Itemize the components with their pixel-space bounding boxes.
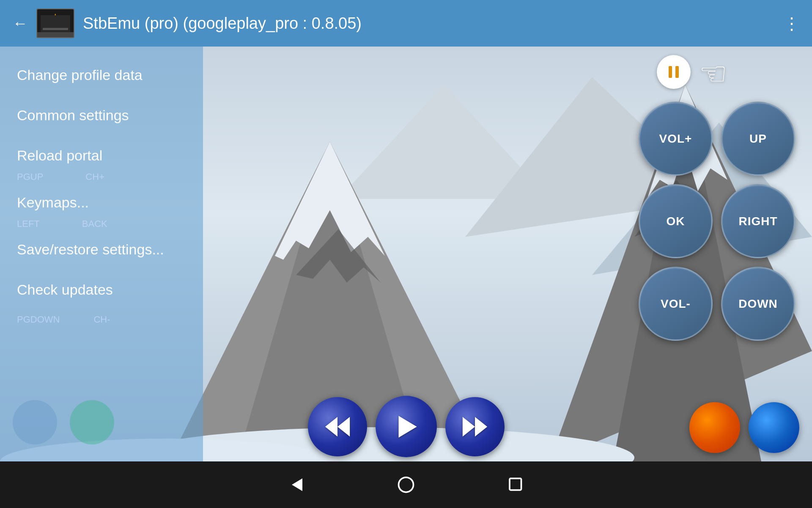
svg-point-24 (399, 478, 414, 492)
menu-item-save-restore[interactable]: Save/restore settings... (0, 229, 203, 270)
pause-area: ☞ (631, 55, 727, 92)
menu-item-common-settings[interactable]: Common settings (0, 95, 203, 135)
right-button[interactable]: RIGHT (721, 184, 795, 258)
svg-marker-22 (475, 417, 487, 436)
menu-item-change-profile[interactable]: Change profile data (0, 55, 203, 95)
android-nav-bar (0, 461, 812, 508)
svg-marker-23 (292, 478, 302, 491)
pgup-label: PGUP (17, 171, 43, 182)
left-label: LEFT (17, 218, 40, 229)
more-menu-button[interactable]: ⋮ (783, 14, 799, 33)
rewind-button[interactable] (308, 397, 367, 456)
rewind-icon (323, 412, 352, 442)
vol-minus-button[interactable]: VOL- (639, 267, 713, 341)
pause-icon (665, 64, 682, 80)
keymap-row-mid: LEFT BACK (0, 218, 203, 229)
menu-item-keymaps[interactable]: Keymaps... (0, 182, 203, 223)
menu-item-reload-portal[interactable]: Reload portal (0, 135, 203, 176)
pause-button[interactable] (657, 55, 691, 89)
app-title: StbEmu (pro) (googleplay_pro : 0.8.05) (83, 14, 783, 33)
android-recent-icon (505, 474, 527, 495)
color-buttons (689, 402, 799, 453)
play-button[interactable] (376, 396, 437, 457)
back-button[interactable]: ← (13, 14, 28, 32)
title-bar: ← ★ StbEmu (pro) (googleplay_pro : 0.8.0… (0, 0, 812, 47)
hand-cursor-icon: ☞ (699, 55, 727, 92)
blue-button[interactable] (749, 402, 799, 453)
svg-rect-17 (675, 66, 679, 78)
svg-marker-20 (399, 416, 417, 437)
keymap-row-bot: PGDOWN CH- (0, 314, 203, 325)
svg-rect-1 (43, 28, 68, 30)
orange-button[interactable] (689, 402, 740, 453)
android-back-button[interactable] (283, 472, 309, 497)
svg-marker-18 (325, 417, 337, 436)
menu-item-check-updates[interactable]: Check updates (0, 270, 203, 310)
back-label: BACK (82, 218, 107, 229)
fastforward-button[interactable] (445, 397, 505, 456)
android-home-button[interactable] (393, 472, 419, 497)
up-button[interactable]: UP (721, 102, 795, 176)
nav-grid: VOL+ UP OK RIGHT VOL- DOWN (639, 102, 795, 341)
vol-plus-button[interactable]: VOL+ (639, 102, 713, 176)
nav-buttons: VOL+ UP OK RIGHT VOL- DOWN (639, 97, 795, 341)
android-recent-button[interactable] (503, 472, 529, 497)
android-back-icon (285, 474, 307, 495)
chplus-label: CH+ (85, 171, 104, 182)
svg-rect-25 (510, 478, 521, 490)
svg-marker-19 (337, 417, 350, 436)
pgdown-label: PGDOWN (17, 314, 60, 325)
keymap-row-top: PGUP CH+ (0, 171, 203, 182)
chminus-label: CH- (93, 314, 110, 325)
android-home-icon (395, 474, 417, 495)
fastforward-icon (460, 412, 490, 442)
down-button[interactable]: DOWN (721, 267, 795, 341)
svg-marker-21 (462, 417, 475, 436)
app-icon: ★ (36, 8, 74, 38)
ok-button[interactable]: OK (639, 184, 713, 258)
svg-rect-16 (669, 66, 672, 78)
play-icon (391, 412, 421, 442)
